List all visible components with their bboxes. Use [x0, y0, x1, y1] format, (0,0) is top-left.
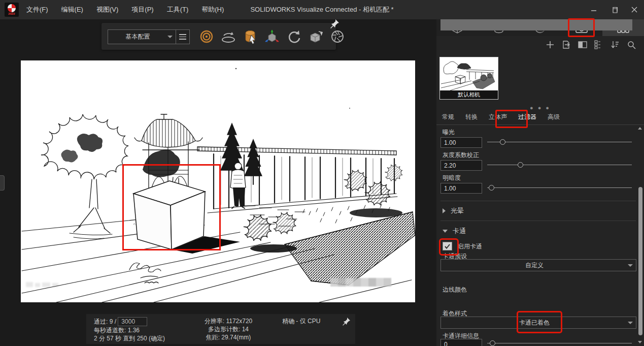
- camera-thumbnail-image: [440, 57, 498, 90]
- appearance-picker-button[interactable]: [242, 28, 259, 45]
- checkmark-icon: [445, 244, 450, 249]
- cartoon-detail-input[interactable]: [440, 339, 482, 346]
- scene-cube-button[interactable]: [307, 28, 324, 45]
- watermark-right: [330, 278, 391, 287]
- chevron-down-icon: [628, 264, 633, 267]
- reset-rotate-button[interactable]: [285, 28, 302, 45]
- lightness-input[interactable]: [440, 183, 482, 194]
- exposure-slider[interactable]: [487, 139, 632, 145]
- gamma-label: 灰度系数校正: [443, 151, 479, 160]
- gamma-input[interactable]: [440, 160, 482, 171]
- bloom-label: 光晕: [451, 206, 464, 215]
- gamma-slider[interactable]: [487, 162, 632, 168]
- add-camera-button[interactable]: [545, 39, 556, 50]
- menu-item-view[interactable]: 视图(V): [96, 5, 118, 14]
- subtab-transform[interactable]: 转换: [460, 113, 483, 121]
- import-button[interactable]: [561, 39, 572, 50]
- enable-cartoon-checkbox[interactable]: [443, 242, 452, 250]
- cartoon-section-header[interactable]: 卡通: [443, 227, 466, 236]
- logo-year: 2022: [8, 12, 15, 15]
- window-title: SOLIDWORKS Visualize Connected - 相机匹配 *: [250, 0, 393, 19]
- sort-descending-icon: [611, 40, 620, 49]
- minimize-icon: [591, 7, 597, 13]
- exposure-input[interactable]: [440, 137, 482, 148]
- camera-subtabs: 常规 转换 立体声 过滤器 高级: [436, 110, 644, 125]
- render-mode: 精确 - 仅 CPU: [282, 317, 320, 326]
- plus-icon: [546, 41, 554, 49]
- grid-options-icon: [594, 40, 603, 49]
- minimize-button[interactable]: [587, 4, 600, 15]
- file-export-icon: [562, 40, 571, 49]
- concentric-rings-icon: [199, 29, 214, 44]
- outline-color-label: 边线颜色: [443, 286, 467, 294]
- camera-match-button[interactable]: [198, 28, 215, 45]
- configuration-value: 基本配置: [108, 33, 167, 41]
- cartoon-preset-value: 自定义: [441, 261, 628, 270]
- search-button[interactable]: [626, 39, 637, 50]
- passes-label: 通过: 9 /: [94, 318, 116, 325]
- camera-list-toolbar: [436, 38, 644, 52]
- title-bar: 2022 文件(F) 编辑(E) 视图(V) 项目(P) 工具(T) 帮助(H)…: [0, 0, 644, 19]
- shading-style-dropdown[interactable]: 卡通已着色: [440, 317, 636, 329]
- left-panel-collapse-handle[interactable]: [0, 175, 5, 191]
- menu-bar: 文件(F) 编辑(E) 视图(V) 项目(P) 工具(T) 帮助(H): [26, 0, 224, 19]
- close-button[interactable]: [628, 4, 641, 15]
- scrollbar-thumb[interactable]: [638, 187, 642, 335]
- configuration-list-button[interactable]: [176, 30, 189, 44]
- collapsed-arrow-icon: [443, 208, 446, 213]
- camera-aperture-button[interactable]: [329, 28, 346, 45]
- menu-item-file[interactable]: 文件(F): [26, 5, 48, 14]
- menu-item-edit[interactable]: 编辑(E): [61, 5, 83, 14]
- palette-panel: ✓ 默认相机 ● ● ● 常规 转换 立体声 过滤器 高级 曝光 灰度系数校正 …: [436, 19, 644, 346]
- menu-item-project[interactable]: 项目(P): [131, 5, 153, 14]
- bloom-section-header[interactable]: 光晕: [443, 206, 464, 215]
- exposure-label: 曝光: [443, 128, 455, 137]
- viewport: 基本配置: [0, 19, 436, 346]
- scroll-down-arrow[interactable]: [638, 341, 642, 343]
- lightness-label: 明暗度: [443, 174, 461, 182]
- outline-color-swatch[interactable]: [440, 19, 632, 30]
- rotate-arrow-icon: [286, 29, 301, 44]
- passes-per-second: 每秒通道数: 1.36: [94, 326, 165, 334]
- render-status-panel: 通过: 9 / 3000 每秒通道数: 1.36 2 分 57 秒 直到 250…: [86, 314, 355, 344]
- paint-bucket-cursor-icon: [242, 28, 258, 45]
- chevron-down-icon: [167, 36, 173, 38]
- toolbar-pin-icon[interactable]: [330, 18, 340, 28]
- menu-item-help[interactable]: 帮助(H): [201, 5, 224, 14]
- focal-length: 焦距: 29.74(mm): [188, 333, 269, 341]
- expanded-arrow-icon: [443, 230, 448, 233]
- menu-item-tools[interactable]: 工具(T): [167, 5, 189, 14]
- split-columns-icon: [578, 41, 587, 49]
- subtab-general[interactable]: 常规: [436, 113, 460, 121]
- resolution: 分辨率: 1172x720: [188, 317, 269, 325]
- camera-item-default[interactable]: ✓ 默认相机: [439, 57, 498, 100]
- axes-cube-icon: [264, 28, 280, 45]
- time-remaining: 2 分 57 秒 直到 250 (确定): [94, 334, 165, 342]
- restore-button[interactable]: [607, 4, 621, 15]
- cartoon-preset-dropdown[interactable]: 自定义: [440, 259, 636, 271]
- cartoon-detail-slider[interactable]: [487, 340, 632, 346]
- lightness-slider[interactable]: [487, 185, 632, 191]
- scroll-up-arrow[interactable]: [638, 127, 642, 130]
- polygon-count: 多边形计数: 14: [188, 325, 269, 333]
- sort-button[interactable]: [609, 39, 621, 50]
- shading-style-value: 卡通已着色: [441, 319, 628, 327]
- aperture-icon: [330, 29, 345, 44]
- passes-limit-input[interactable]: 3000: [118, 317, 147, 326]
- render-canvas[interactable]: [21, 60, 415, 302]
- turntable-icon: [220, 29, 236, 44]
- chevron-down-icon: [628, 322, 633, 324]
- group-options-button[interactable]: [593, 39, 604, 50]
- subtab-filters[interactable]: 过滤器: [513, 113, 542, 121]
- configuration-dropdown[interactable]: 基本配置: [108, 29, 190, 44]
- close-icon: [631, 7, 637, 13]
- cube-arrow-icon: [308, 28, 324, 45]
- annotation-cube-selection: [122, 164, 221, 250]
- app-logo-icon: 2022: [5, 3, 19, 17]
- status-pin-icon[interactable]: [342, 317, 351, 326]
- turntable-button[interactable]: [220, 28, 237, 45]
- subtab-advanced[interactable]: 高级: [542, 113, 565, 121]
- move-object-button[interactable]: [263, 28, 281, 45]
- subtab-stereo[interactable]: 立体声: [483, 113, 513, 121]
- split-view-button[interactable]: [577, 39, 588, 50]
